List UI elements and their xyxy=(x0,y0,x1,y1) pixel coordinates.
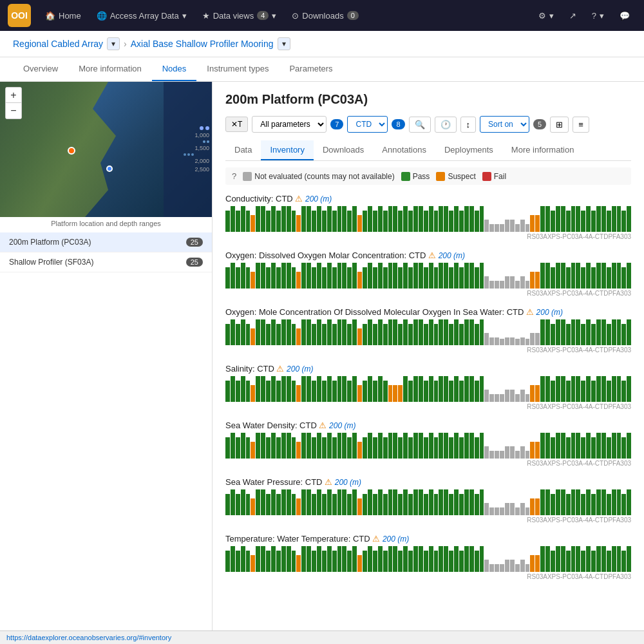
inner-tab-data[interactable]: Data xyxy=(225,140,261,160)
bar-segment xyxy=(566,211,571,232)
bar-segment xyxy=(475,494,479,515)
node-label-pc03a: 200m Platform (PC03A) xyxy=(9,238,91,247)
tab-nodes[interactable]: Nodes xyxy=(152,57,197,81)
breadcrumb-array-dropdown[interactable]: ▾ xyxy=(107,37,120,50)
inner-tab-deployments[interactable]: Deployments xyxy=(435,140,502,160)
grid-view-button[interactable]: ⊞ xyxy=(550,117,569,133)
bar-chart-salinity[interactable] xyxy=(225,376,631,402)
bar-chart-conductivity[interactable] xyxy=(225,206,631,232)
nav-share[interactable]: ↗ xyxy=(563,7,583,24)
bar-segment xyxy=(276,324,281,345)
breadcrumb-mooring-link[interactable]: Axial Base Shallow Profiler Mooring xyxy=(131,39,274,49)
breadcrumb-mooring-dropdown[interactable]: ▾ xyxy=(278,37,290,50)
bar-segment xyxy=(535,272,540,289)
bar-chart-oxygen-molar[interactable] xyxy=(225,263,631,289)
ctd-filter-select[interactable]: CTD xyxy=(347,116,388,133)
bar-chart-pressure[interactable] xyxy=(225,489,631,515)
list-view-button[interactable]: ≡ xyxy=(573,117,589,133)
bar-segment xyxy=(322,211,327,232)
bar-segment xyxy=(434,211,439,232)
dataset-ref-temperature: RS03AXPS-PC03A-4A-CTDPFA303 xyxy=(225,573,631,580)
inner-tab-annotations[interactable]: Annotations xyxy=(373,140,435,160)
bar-segment xyxy=(231,319,235,345)
bar-segment xyxy=(454,546,459,572)
bar-segment xyxy=(454,433,459,459)
nav-chat[interactable]: 💬 xyxy=(613,7,636,24)
bar-segment xyxy=(469,263,474,289)
tab-instrument-types[interactable]: Instrument types xyxy=(196,57,279,81)
bar-segment xyxy=(475,267,479,289)
settings-dropdown-arrow: ▾ xyxy=(549,11,554,21)
bar-segment xyxy=(464,546,469,572)
nav-data-views[interactable]: ★ Data views 4 ▾ xyxy=(196,7,283,24)
inner-tab-downloads[interactable]: Downloads xyxy=(314,140,373,160)
bar-segment xyxy=(621,211,626,232)
bar-segment xyxy=(388,433,393,459)
nav-home[interactable]: 🏠 Home xyxy=(39,7,88,24)
bar-segment xyxy=(327,489,332,515)
tab-parameters[interactable]: Parameters xyxy=(279,57,343,81)
zoom-out-button[interactable]: − xyxy=(6,103,21,118)
bar-chart-density[interactable] xyxy=(225,433,631,459)
nav-access-array-data[interactable]: 🌐 Access Array Data ▾ xyxy=(90,7,193,24)
bar-segment xyxy=(444,206,448,232)
breadcrumb-array-link[interactable]: Regional Cabled Array xyxy=(13,39,103,49)
bar-segment xyxy=(352,263,357,289)
bar-segment xyxy=(276,211,281,232)
legend-fail: Fail xyxy=(482,172,506,181)
node-item-pc03a[interactable]: 200m Platform (PC03A) 25 xyxy=(0,232,212,252)
tab-overview[interactable]: Overview xyxy=(13,57,68,81)
sort-icon-button[interactable]: ↕ xyxy=(460,117,477,133)
bar-segment xyxy=(484,220,489,232)
data-views-badge: 4 xyxy=(257,11,269,20)
bar-segment xyxy=(327,433,332,459)
bar-segment xyxy=(352,206,357,232)
ooi-logo[interactable]: OOI xyxy=(8,4,31,27)
nav-help[interactable]: ? ▾ xyxy=(585,7,611,24)
bar-segment xyxy=(601,319,606,345)
sort-on-select[interactable]: Sort on xyxy=(480,116,529,133)
bar-segment xyxy=(419,376,423,402)
bar-segment xyxy=(612,319,616,345)
bar-segment xyxy=(520,560,525,572)
node-item-sf03a[interactable]: Shallow Profiler (SF03A) 25 xyxy=(0,252,212,272)
bar-segment xyxy=(287,263,291,289)
search-filter-button[interactable]: 🔍 xyxy=(409,117,431,133)
bar-segment xyxy=(352,546,357,572)
nav-downloads[interactable]: ⊙ Downloads 0 xyxy=(285,7,365,24)
time-filter-button[interactable]: 🕐 xyxy=(435,117,457,133)
bar-segment xyxy=(475,381,479,402)
bar-segment xyxy=(378,489,383,515)
zoom-in-button[interactable]: + xyxy=(6,88,21,103)
bar-segment xyxy=(434,551,439,572)
bar-segment xyxy=(337,263,342,289)
platform-title: 200m Platform (PC03A) xyxy=(225,92,631,107)
bar-segment xyxy=(413,433,418,459)
bar-segment xyxy=(251,555,255,572)
bar-chart-oxygen-molecular[interactable] xyxy=(225,319,631,345)
inner-tab-more-info[interactable]: More information xyxy=(502,140,583,160)
bar-segment xyxy=(317,263,321,289)
filter-clear-button[interactable]: ✕T xyxy=(225,117,248,132)
inner-tab-inventory[interactable]: Inventory xyxy=(261,140,313,160)
bar-segment xyxy=(596,206,601,232)
bar-segment xyxy=(530,333,535,345)
legend-help-icon[interactable]: ? xyxy=(232,171,236,181)
bar-segment xyxy=(454,319,459,345)
map-container[interactable]: 1,000 1,500 2,000 2,500 xyxy=(0,82,212,217)
bar-chart-temperature[interactable] xyxy=(225,546,631,572)
bar-segment xyxy=(368,489,372,515)
param-filter-select[interactable]: All parameters xyxy=(252,116,327,133)
bar-segment xyxy=(413,489,418,515)
bar-segment xyxy=(581,494,585,515)
tab-more-information[interactable]: More information xyxy=(68,57,152,81)
bar-segment xyxy=(545,319,550,345)
bar-segment xyxy=(352,489,357,515)
bar-segment xyxy=(368,546,372,572)
bar-segment xyxy=(301,319,306,345)
nav-settings[interactable]: ⚙ ▾ xyxy=(532,7,560,24)
bar-segment xyxy=(301,263,306,289)
bar-segment xyxy=(261,489,265,515)
bar-segment xyxy=(261,319,265,345)
bar-segment xyxy=(261,263,265,289)
